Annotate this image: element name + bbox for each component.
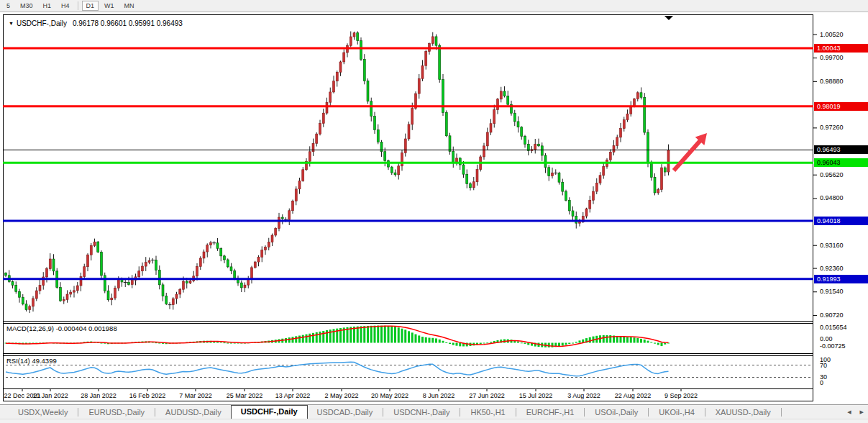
tab-separator xyxy=(781,408,782,417)
price-axis-label: 0.95620 xyxy=(820,171,844,178)
timeframe-button-h4[interactable]: H4 xyxy=(57,1,74,11)
date-label: 10 Jan 2022 xyxy=(32,392,68,399)
chart-canvas[interactable] xyxy=(3,14,813,401)
tab-separator xyxy=(516,408,516,417)
chart-tab-usdx[interactable]: USDX,Weekly xyxy=(9,406,77,418)
tab-separator xyxy=(78,408,78,417)
tab-separator xyxy=(460,408,460,417)
price-badge: 0.98019 xyxy=(814,102,868,111)
price-axis-label: 0.97260 xyxy=(820,124,844,131)
price-axis-label: 0.98880 xyxy=(820,78,844,85)
date-label: 20 May 2022 xyxy=(371,392,408,399)
symbol-title[interactable]: ▼USDCHF-,Daily0.96178 0.96601 0.95991 0.… xyxy=(9,19,183,27)
date-label: 8 Jun 2022 xyxy=(423,392,455,399)
toolbar-separator xyxy=(78,1,78,10)
price-badge: 0.96493 xyxy=(814,145,868,154)
timeframe-button-mn[interactable]: MN xyxy=(120,1,139,11)
chart-tab-hk50[interactable]: HK50-,H1 xyxy=(461,406,514,418)
price-badge: 0.96043 xyxy=(814,158,868,167)
price-badge: 0.94018 xyxy=(814,217,868,225)
tab-separator xyxy=(584,408,585,417)
timeframe-button-5[interactable]: 5 xyxy=(2,1,14,11)
date-label: 25 Mar 2022 xyxy=(227,392,263,399)
price-axis-label: 0.94800 xyxy=(820,194,844,201)
timeframe-button-h1[interactable]: H1 xyxy=(39,1,56,11)
timeframe-button-m30[interactable]: M30 xyxy=(16,1,37,11)
chart-tab-usoil[interactable]: USOil-,Daily xyxy=(585,406,647,418)
date-label: 16 Feb 2022 xyxy=(129,392,166,399)
price-badge: 0.91993 xyxy=(814,275,868,283)
tab-separator xyxy=(155,408,155,417)
date-label: 7 Mar 2022 xyxy=(179,392,212,399)
timeframe-button-w1[interactable]: W1 xyxy=(100,1,119,11)
tab-scroll-left-icon[interactable]: ◀ xyxy=(843,409,855,415)
price-axis-label: 0.93160 xyxy=(820,242,844,249)
mt4-window: 5M30H1H4D1W1MN ▼USDCHF-,Daily0.96178 0.9… xyxy=(0,0,868,423)
ohlc-values: 0.96178 0.96601 0.95991 0.96493 xyxy=(73,19,183,27)
date-label: 9 Sep 2022 xyxy=(664,392,698,399)
chart-tab-usdcnh[interactable]: USDCNH-,Daily xyxy=(384,406,459,418)
tab-separator xyxy=(705,408,705,417)
macd-axis-label: 0.015654 xyxy=(820,324,847,331)
date-label: 22 Aug 2022 xyxy=(615,392,652,399)
price-axis-label: 0.91540 xyxy=(820,288,844,295)
macd-axis-label: 0.00 xyxy=(820,335,833,342)
macd-axis-label: -0.00725 xyxy=(820,342,846,350)
chart-tab-usdcad[interactable]: USDCAD-,Daily xyxy=(308,406,383,418)
chart-tab-ukoil[interactable]: UKOil-,H4 xyxy=(649,406,704,418)
date-label: 15 Jul 2022 xyxy=(519,392,553,399)
chart-tab-xauusd[interactable]: XAUUSD-,Daily xyxy=(706,406,780,418)
chart-tab-audusd[interactable]: AUDUSD-,Daily xyxy=(156,406,231,418)
status-strip xyxy=(0,419,868,423)
rsi-axis-label: 0 xyxy=(820,379,823,386)
chart-tab-usdchf[interactable]: USDCHF-,Daily xyxy=(231,405,308,419)
price-badge: 1.00043 xyxy=(814,44,868,53)
chart-tab-eurusd[interactable]: EURUSD-,Daily xyxy=(79,406,154,418)
price-axis-label: 0.92360 xyxy=(820,265,844,272)
rsi-axis-label: 70 xyxy=(820,362,827,369)
timeframe-toolbar: 5M30H1H4D1W1MN xyxy=(0,0,868,12)
date-label: 2 May 2022 xyxy=(324,392,358,399)
symbol-dropdown-icon[interactable]: ▼ xyxy=(9,21,14,26)
tab-scroll-right-icon[interactable]: ▶ xyxy=(856,409,868,415)
chart-tabs-bar: USDX,WeeklyEURUSD-,DailyAUDUSD-,DailyUSD… xyxy=(0,404,868,419)
tab-separator xyxy=(648,408,649,417)
timeframe-button-d1[interactable]: D1 xyxy=(82,1,99,11)
tab-separator xyxy=(383,408,383,417)
rsi-indicator-label: RSI(14) 49.4399 xyxy=(6,357,57,365)
chart-tab-eurchf[interactable]: EURCHF-,H1 xyxy=(517,406,584,418)
symbol-label: USDCHF-,Daily xyxy=(17,19,67,27)
date-label: 28 Jan 2022 xyxy=(81,392,117,399)
date-label: 13 Apr 2022 xyxy=(275,392,311,399)
price-axis-label: 0.99700 xyxy=(820,54,844,61)
macd-indicator-label: MACD(12,26,9) -0.000404 0.001988 xyxy=(6,324,117,332)
date-label: 27 Jun 2022 xyxy=(469,392,505,399)
price-axis-label: 0.90720 xyxy=(820,311,844,319)
price-axis-label: 1.00520 xyxy=(820,31,844,38)
date-label: 3 Aug 2022 xyxy=(567,392,600,399)
